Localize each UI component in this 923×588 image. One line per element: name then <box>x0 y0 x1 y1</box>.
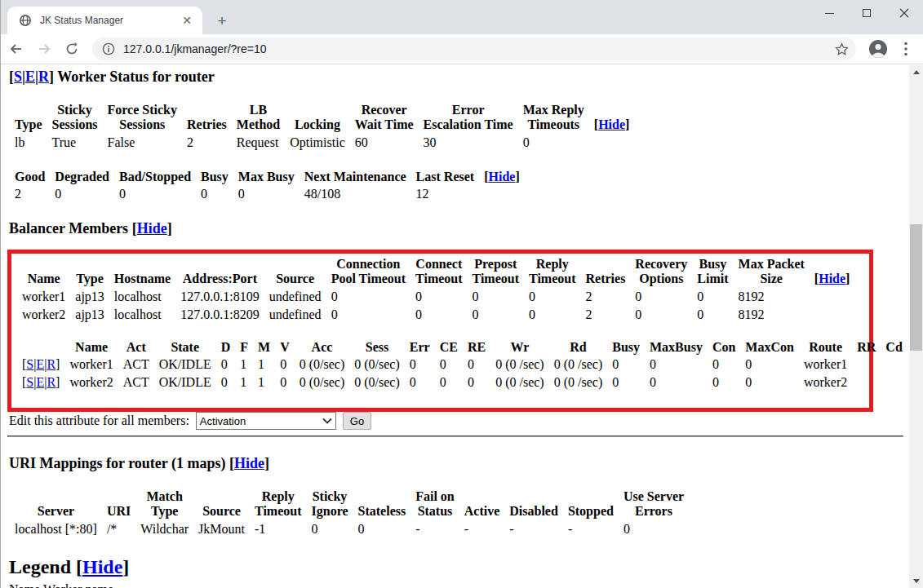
table-cell: [S|E|R] <box>18 356 64 373</box>
column-header: Wr <box>491 340 548 355</box>
tab-strip: JK Status Manager ✕ + <box>1 0 923 34</box>
table-cell: 8192 <box>734 307 809 323</box>
browser-tab[interactable]: JK Status Manager ✕ <box>7 7 202 34</box>
table-cell: 127.0.0.1:8109 <box>176 289 263 305</box>
menu-button[interactable] <box>894 37 918 61</box>
table-cell: 0 <box>525 289 579 305</box>
lb-summary-table: GoodDegradedBad/StoppedBusyMax BusyNext … <box>9 168 526 205</box>
column-header: Good <box>11 170 49 184</box>
table-cell: Request <box>233 135 284 151</box>
column-header: [Hide] <box>810 257 854 287</box>
window-controls <box>810 0 923 26</box>
table-cell: worker1 <box>800 356 851 373</box>
table-row: worker1ajp13localhost127.0.0.1:8109undef… <box>18 289 854 305</box>
url-text[interactable]: 127.0.0.1/jkmanager/?re=10 <box>123 42 834 55</box>
e-link[interactable]: E <box>36 357 44 371</box>
go-button[interactable]: Go <box>343 412 371 430</box>
bookmark-star-icon[interactable] <box>834 42 850 57</box>
attribute-select[interactable]: Activation <box>196 412 336 430</box>
table-cell: 0 <box>519 135 588 151</box>
column-header: Name <box>65 340 117 355</box>
toolbar-right <box>863 37 918 61</box>
maximize-button[interactable] <box>848 0 885 26</box>
hide-link[interactable]: Hide <box>234 455 264 471</box>
column-header: Locking <box>286 103 349 133</box>
table-cell: undefined <box>265 289 326 305</box>
table-cell: False <box>104 135 181 151</box>
r-link[interactable]: R <box>47 375 55 389</box>
browser-toolbar: 127.0.0.1/jkmanager/?re=10 <box>1 34 923 64</box>
scrollbar-thumb[interactable] <box>910 224 922 351</box>
column-header: ReplyTimeout <box>251 489 305 519</box>
s-link[interactable]: S <box>26 357 33 371</box>
column-header: D <box>217 340 235 355</box>
s-link[interactable]: S <box>26 375 33 389</box>
hide-link[interactable]: Hide <box>819 272 845 285</box>
tab-close-icon[interactable]: ✕ <box>180 13 194 28</box>
table-cell: 0 (0 /sec) <box>550 356 607 373</box>
column-header: Hostname <box>110 257 175 287</box>
table-cell: 8192 <box>734 289 809 305</box>
table-cell: 0 <box>525 307 579 323</box>
column-header: MatchType <box>136 489 193 519</box>
reload-button[interactable] <box>60 37 84 61</box>
column-header: Next Maintenance <box>300 170 410 184</box>
table-cell: 0 <box>741 356 798 373</box>
table-cell: Wildchar <box>136 521 193 537</box>
table-cell: 0 <box>436 356 462 373</box>
hide-link[interactable]: Hide <box>82 556 122 577</box>
r-link[interactable]: R <box>38 69 49 85</box>
column-header: MaxBusy <box>646 340 707 355</box>
r-link[interactable]: R <box>47 357 55 371</box>
minimize-icon <box>825 13 834 14</box>
table-cell <box>810 307 854 323</box>
table-cell: 0 <box>708 374 739 391</box>
info-icon[interactable] <box>102 42 115 55</box>
table-cell: 0 <box>217 374 235 391</box>
table-cell <box>480 186 524 202</box>
url-bar[interactable]: 127.0.0.1/jkmanager/?re=10 <box>92 38 856 60</box>
table-cell: 0 <box>464 374 490 391</box>
close-button[interactable] <box>885 0 923 26</box>
minimize-button[interactable] <box>810 0 848 26</box>
scroll-down-button[interactable] <box>909 574 923 588</box>
column-header: ReplyTimeout <box>525 257 579 287</box>
column-header: URI <box>103 489 135 519</box>
column-header: Active <box>460 489 504 519</box>
forward-button[interactable] <box>32 37 56 61</box>
page-content: [S|E|R] Worker Status for router TypeSti… <box>1 65 910 588</box>
e-link[interactable]: E <box>36 375 44 389</box>
table-row: 2000048/10812 <box>11 186 524 202</box>
table-cell: worker1 <box>65 356 117 373</box>
s-link[interactable]: S <box>14 69 22 85</box>
new-tab-button[interactable]: + <box>211 11 233 32</box>
column-header: Source <box>194 489 249 519</box>
table-cell: 0 (0/sec) <box>350 356 404 373</box>
e-link[interactable]: E <box>25 69 35 85</box>
column-header: Use ServerErrors <box>619 489 688 519</box>
table-cell: 1 <box>236 356 252 373</box>
table-cell: 0 (0/sec) <box>350 374 404 391</box>
vertical-scrollbar[interactable] <box>909 65 923 588</box>
table-cell: 30 <box>419 135 517 151</box>
profile-avatar[interactable] <box>866 37 890 61</box>
table-cell: 48/108 <box>300 186 410 202</box>
edit-attribute-label: Edit this attribute for all members: <box>9 413 189 428</box>
table-cell: ajp13 <box>71 307 109 323</box>
scroll-up-button[interactable] <box>909 65 923 79</box>
hide-link[interactable]: Hide <box>488 170 515 183</box>
legend-clipped-row: Name Worker name <box>9 582 113 588</box>
column-header: StickySessions <box>47 103 101 133</box>
table-cell: lb <box>11 135 46 151</box>
column-header: Cd <box>881 340 906 355</box>
column-header: Last Reset <box>412 170 479 184</box>
table-cell: ajp13 <box>71 289 109 305</box>
table-cell: 0 <box>631 289 691 305</box>
table-row: [S|E|R]worker1ACTOK/IDLE01100 (0/sec)0 (… <box>18 356 910 373</box>
table-cell: worker2 <box>18 307 69 323</box>
column-header: Type <box>71 257 109 287</box>
hide-link[interactable]: Hide <box>598 117 625 131</box>
back-button[interactable] <box>4 37 29 61</box>
column-header: Rd <box>550 340 607 355</box>
hide-link[interactable]: Hide <box>137 220 167 237</box>
